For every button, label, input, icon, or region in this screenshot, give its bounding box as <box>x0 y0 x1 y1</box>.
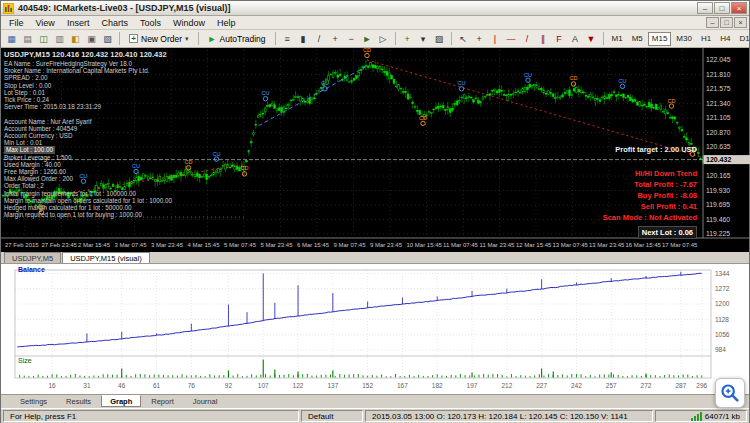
tester-tab-report[interactable]: Report <box>142 395 183 407</box>
ea-info-line: Broker Name : International Capital Mark… <box>4 67 172 74</box>
svg-text:CU: CU <box>262 90 270 96</box>
chevron-down-icon: ▾ <box>185 35 189 43</box>
timeframe-m30-button[interactable]: M30 <box>672 32 696 46</box>
svg-text:9 Mar 07:45: 9 Mar 07:45 <box>334 242 367 248</box>
new-order-button[interactable]: + New Order ▾ <box>124 31 194 46</box>
status-profile[interactable]: Default <box>301 410 363 422</box>
line-chart-icon[interactable]: / <box>312 32 327 46</box>
minimize-button[interactable]: – <box>697 2 713 14</box>
child-close-button[interactable]: × <box>734 17 747 28</box>
svg-text:5 Mar 07:45: 5 Mar 07:45 <box>224 242 257 248</box>
indicators-icon[interactable]: + <box>400 32 415 46</box>
svg-text:17 Mar 07:45: 17 Mar 07:45 <box>662 242 698 248</box>
menu-charts[interactable]: Charts <box>95 18 134 28</box>
svg-text:121.810: 121.810 <box>706 71 731 78</box>
timeframe-m5-button[interactable]: M5 <box>628 32 647 46</box>
chart-ohlc-readout: USDJPY,M15 120.416 120.432 120.410 120.4… <box>4 50 167 59</box>
ea-info-line: Stop Level : 0.00 <box>4 82 172 89</box>
svg-text:120.870: 120.870 <box>706 129 731 136</box>
toolbar-separator <box>119 32 120 45</box>
svg-text:121.340: 121.340 <box>706 100 731 107</box>
timeframe-d1-button[interactable]: D1 <box>735 32 749 46</box>
text-icon[interactable]: A <box>568 32 583 46</box>
timeframe-m15-button[interactable]: M15 <box>648 32 672 46</box>
tester-tab-settings[interactable]: Settings <box>11 395 56 407</box>
candlestick-icon[interactable]: ▮ <box>296 32 311 46</box>
tester-tab-journal[interactable]: Journal <box>184 395 227 407</box>
timeframe-h1-button[interactable]: H1 <box>697 32 715 46</box>
horizontal-line-icon[interactable]: ― <box>504 32 519 46</box>
fibonacci-icon[interactable]: F <box>552 32 567 46</box>
timeframe-m1-button[interactable]: M1 <box>608 32 627 46</box>
data-window-icon[interactable]: ▥ <box>52 32 67 46</box>
tester-tab-results[interactable]: Results <box>57 395 100 407</box>
magnifier-icon <box>719 382 741 404</box>
menu-file[interactable]: File <box>3 18 30 28</box>
timeframe-h4-button[interactable]: H4 <box>716 32 734 46</box>
trendline-icon[interactable]: / <box>520 32 535 46</box>
trend-status-lines: Hi/Hi Down TrendTotal Profit : -7.67Buy … <box>603 168 697 223</box>
ea-info-line: EA Name : SureFireHedgingStrategy Ver 18… <box>4 60 172 67</box>
chart-tab-bar: USDJPY,M5USDJPY,M15 (visual) <box>1 252 749 264</box>
svg-text:137: 137 <box>327 382 338 389</box>
chart-area[interactable]: 122.045121.810121.575121.340121.105120.8… <box>1 48 749 252</box>
toolbar-separator <box>395 32 396 45</box>
svg-text:1200: 1200 <box>715 300 730 307</box>
arrows-icon[interactable]: ▼ <box>584 32 599 46</box>
svg-text:119.695: 119.695 <box>706 201 730 208</box>
zoom-overlay-button[interactable] <box>715 378 745 408</box>
terminal-icon[interactable]: ▣ <box>84 32 99 46</box>
ea-info-line: SPREAD : 2.00 <box>4 74 172 81</box>
autotrading-button[interactable]: ► AutoTrading <box>203 31 271 46</box>
svg-text:984: 984 <box>715 346 726 353</box>
profiles-icon[interactable]: ▤ <box>20 32 35 46</box>
new-chart-icon[interactable]: ▦ <box>4 32 19 46</box>
navigator-icon[interactable]: ◧ <box>68 32 83 46</box>
window-title: 404549: ICMarkets-Live03 - [USDJPY,M15 (… <box>18 3 231 13</box>
zoom-out-icon[interactable]: − <box>344 32 359 46</box>
size-legend: Size <box>18 357 32 364</box>
main-toolbar: ▦▤◫▥◧▣▧ + New Order ▾ ► AutoTrading ≡▮/+… <box>1 30 749 48</box>
child-restore-button[interactable]: □ <box>720 17 733 28</box>
ea-info-line <box>4 110 172 117</box>
toolbar-separator <box>198 32 199 45</box>
trend-line <box>367 60 700 157</box>
new-order-icon: + <box>129 34 138 43</box>
child-minimize-button[interactable]: – <box>706 17 719 28</box>
maximize-button[interactable]: □ <box>714 2 730 14</box>
svg-text:CU: CU <box>321 80 329 86</box>
vertical-line-icon[interactable]: | <box>488 32 503 46</box>
tools-toolbar-group: +▾▨ <box>400 32 447 46</box>
menu-help[interactable]: Help <box>211 18 242 28</box>
menu-insert[interactable]: Insert <box>61 18 96 28</box>
chart-shift-icon[interactable]: ▷ <box>376 32 391 46</box>
connection-bars-icon <box>691 412 702 421</box>
cursor-icon[interactable]: ↖ <box>456 32 471 46</box>
tester-tab-graph[interactable]: Graph <box>101 395 141 407</box>
templates-icon[interactable]: ▨ <box>432 32 447 46</box>
channel-icon[interactable]: ∥ <box>536 32 551 46</box>
svg-text:16 Mar 15:45: 16 Mar 15:45 <box>626 242 662 248</box>
svg-text:121.105: 121.105 <box>706 114 731 121</box>
svg-text:227: 227 <box>536 382 547 389</box>
mt4-window: 404549: ICMarkets-Live03 - [USDJPY,M15 (… <box>0 0 750 423</box>
svg-text:76: 76 <box>188 382 196 389</box>
svg-text:3 Mar 23:45: 3 Mar 23:45 <box>151 242 184 248</box>
crosshair-icon[interactable]: + <box>472 32 487 46</box>
close-button[interactable]: × <box>731 2 747 14</box>
menu-tools[interactable]: Tools <box>134 18 167 28</box>
bar-chart-icon[interactable]: ≡ <box>280 32 295 46</box>
svg-text:121.575: 121.575 <box>706 85 731 92</box>
menu-window[interactable]: Window <box>167 18 211 28</box>
chart-tab[interactable]: USDJPY,M5 <box>4 252 61 263</box>
chart-tab[interactable]: USDJPY,M15 (visual) <box>62 252 150 263</box>
toolbar-separator <box>451 32 452 45</box>
ea-info-line: Broker Leverage : 1:500 <box>4 154 172 161</box>
market-watch-icon[interactable]: ◫ <box>36 32 51 46</box>
menu-view[interactable]: View <box>30 18 61 28</box>
strategy-tester-icon[interactable]: ▧ <box>100 32 115 46</box>
periods-icon[interactable]: ▾ <box>416 32 431 46</box>
zoom-in-icon[interactable]: + <box>328 32 343 46</box>
svg-text:3 Mar 07:45: 3 Mar 07:45 <box>115 242 148 248</box>
auto-scroll-icon[interactable]: ► <box>360 32 375 46</box>
